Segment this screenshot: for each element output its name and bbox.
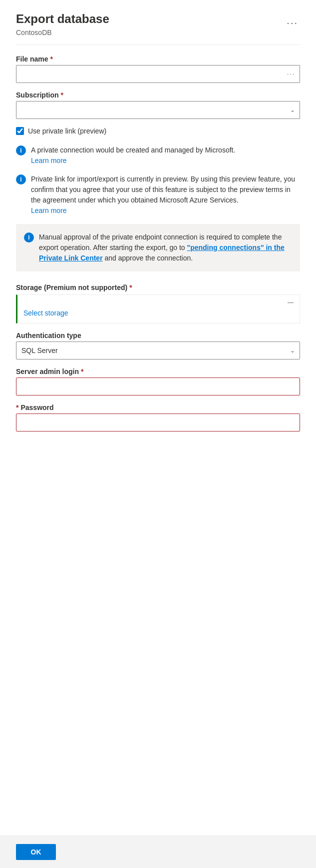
export-database-panel: Export database ContosoDB ··· File name … — [0, 0, 316, 868]
file-name-input[interactable] — [16, 65, 300, 83]
server-login-label: Server admin login * — [16, 368, 300, 376]
storage-label: Storage (Premium not supported) * — [16, 284, 300, 292]
subscription-group: Subscription * ⌄ — [16, 91, 300, 119]
auth-type-label: Authentication type — [16, 332, 300, 340]
page-subtitle: ContosoDB — [16, 28, 109, 36]
subscription-label: Subscription * — [16, 91, 300, 99]
page-title: Export database — [16, 12, 109, 26]
info-section: i A private connection would be created … — [16, 145, 300, 216]
auth-type-select-wrapper: SQL Server Azure Active Directory ⌄ — [16, 342, 300, 360]
file-name-input-wrapper: ··· — [16, 65, 300, 83]
more-icon[interactable]: ··· — [285, 15, 300, 30]
subscription-select-wrapper: ⌄ — [16, 101, 300, 119]
info-row-1: i A private connection would be created … — [16, 145, 300, 166]
info-text-2: Private link for import/export is curren… — [31, 174, 300, 216]
server-login-group: Server admin login * — [16, 368, 300, 396]
file-name-label: File name * — [16, 55, 300, 63]
info-box: i Manual approval of the private endpoin… — [16, 224, 300, 272]
file-name-required: * — [50, 55, 53, 63]
server-admin-login-input[interactable] — [16, 378, 300, 396]
learn-more-link-1[interactable]: Learn more — [31, 156, 67, 164]
info-row-2: i Private link for import/export is curr… — [16, 174, 300, 216]
password-label: *Password — [16, 404, 300, 412]
info-box-icon: i — [24, 232, 34, 242]
info-box-text: Manual approval of the private endpoint … — [39, 232, 292, 264]
storage-section: Storage (Premium not supported) * — Sele… — [16, 284, 300, 324]
private-link-label[interactable]: Use private link (preview) — [28, 127, 106, 135]
learn-more-link-2[interactable]: Learn more — [31, 206, 67, 214]
private-link-row: Use private link (preview) — [16, 127, 300, 135]
info-text-1: A private connection would be created an… — [31, 145, 235, 166]
storage-box: — Select storage — [16, 294, 300, 324]
storage-dash: — — [23, 299, 294, 306]
header-divider — [16, 44, 300, 45]
subscription-required: * — [61, 91, 63, 99]
auth-type-group: Authentication type SQL Server Azure Act… — [16, 332, 300, 360]
subscription-select[interactable] — [16, 101, 300, 119]
info-icon-1: i — [16, 146, 26, 156]
password-input[interactable] — [16, 414, 300, 432]
header-left: Export database ContosoDB — [16, 12, 109, 36]
auth-type-select[interactable]: SQL Server Azure Active Directory — [16, 342, 300, 360]
server-login-required: * — [81, 368, 83, 376]
select-storage-link[interactable]: Select storage — [23, 309, 68, 317]
footer: OK — [0, 836, 316, 868]
info-icon-2: i — [16, 174, 26, 184]
storage-required: * — [129, 284, 132, 292]
panel-header: Export database ContosoDB ··· — [16, 12, 300, 36]
password-required-star: * — [16, 404, 18, 412]
footer-spacer — [16, 440, 300, 500]
password-group: *Password — [16, 404, 300, 432]
file-name-ellipsis: ··· — [287, 70, 295, 78]
private-link-checkbox[interactable] — [16, 127, 24, 135]
file-name-group: File name * ··· — [16, 55, 300, 83]
ok-button[interactable]: OK — [16, 844, 56, 860]
